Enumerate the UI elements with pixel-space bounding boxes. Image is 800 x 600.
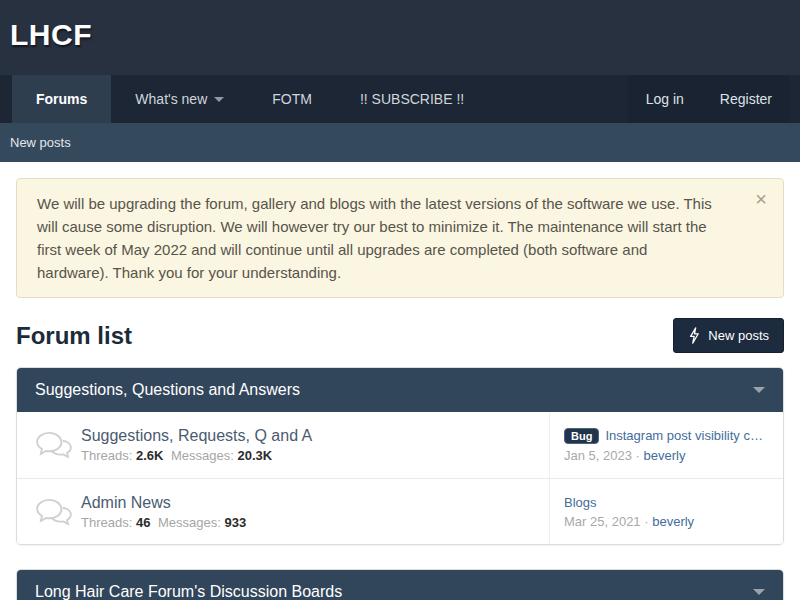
page-content: We will be upgrading the forum, gallery …	[0, 178, 800, 600]
new-posts-button-label: New posts	[708, 328, 769, 343]
register-link[interactable]: Register	[702, 75, 790, 123]
notice-text: We will be upgrading the forum, gallery …	[37, 195, 712, 281]
dot-separator: ·	[644, 514, 648, 529]
collapse-chevron-icon[interactable]	[753, 387, 765, 393]
forum-stats: Threads: 2.6K Messages: 20.3K	[81, 448, 549, 463]
collapse-chevron-icon[interactable]	[753, 589, 765, 595]
nav-tabs: Forums What's new FOTM !! SUBSCRIBE !!	[0, 75, 628, 123]
forum-main: Suggestions, Requests, Q and A Threads: …	[77, 427, 549, 463]
lightning-icon	[688, 327, 700, 344]
auth-nav: Log in Register	[628, 75, 790, 123]
threads-count: 46	[136, 515, 150, 530]
forum-row: Admin News Threads: 46 Messages: 933 Blo…	[17, 478, 783, 544]
tab-subscribe-label: !! SUBSCRIBE !!	[360, 91, 464, 107]
maintenance-notice: We will be upgrading the forum, gallery …	[16, 178, 784, 298]
messages-label: Messages:	[158, 515, 221, 530]
category-suggestions: Suggestions, Questions and Answers Sugge…	[16, 367, 784, 545]
latest-date: Jan 5, 2023	[564, 448, 632, 463]
messages-label: Messages:	[171, 448, 234, 463]
tab-fotm-label: FOTM	[272, 91, 312, 107]
messages-count: 20.3K	[238, 448, 273, 463]
latest-thread-link[interactable]: Instagram post visibility come…	[605, 428, 769, 443]
site-logo[interactable]: LHCF	[10, 18, 92, 52]
threads-label: Threads:	[81, 448, 132, 463]
category-title: Suggestions, Questions and Answers	[35, 381, 300, 399]
category-header[interactable]: Suggestions, Questions and Answers	[17, 368, 783, 412]
new-posts-button[interactable]: New posts	[673, 318, 784, 353]
tab-subscribe[interactable]: !! SUBSCRIBE !!	[336, 75, 488, 123]
forum-link[interactable]: Admin News	[81, 494, 549, 512]
threads-count: 2.6K	[136, 448, 163, 463]
messages-count: 933	[225, 515, 247, 530]
tab-whats-new-label: What's new	[135, 91, 207, 107]
forum-main: Admin News Threads: 46 Messages: 933	[77, 494, 549, 530]
site-header: LHCF	[0, 0, 800, 75]
forum-link[interactable]: Suggestions, Requests, Q and A	[81, 427, 549, 445]
latest-author-link[interactable]: beverly	[644, 448, 686, 463]
close-icon[interactable]: ×	[755, 189, 767, 209]
bug-badge: Bug	[564, 428, 599, 444]
tab-whats-new[interactable]: What's new	[111, 75, 248, 123]
forum-stats: Threads: 46 Messages: 933	[81, 515, 549, 530]
latest-date: Mar 25, 2021	[564, 514, 641, 529]
tab-fotm[interactable]: FOTM	[248, 75, 336, 123]
tab-forums[interactable]: Forums	[12, 75, 111, 123]
latest-post: Bug Instagram post visibility come… Jan …	[549, 412, 783, 478]
latest-thread-link[interactable]: Blogs	[564, 495, 597, 510]
latest-post: Blogs Mar 25, 2021 · beverly	[549, 479, 783, 544]
chat-bubbles-icon	[31, 497, 77, 527]
category-title: Long Hair Care Forum's Discussion Boards	[35, 583, 342, 600]
login-link[interactable]: Log in	[628, 75, 702, 123]
sub-nav: New posts	[0, 123, 800, 162]
threads-label: Threads:	[81, 515, 132, 530]
dot-separator: ·	[636, 448, 640, 463]
chat-bubbles-icon	[31, 430, 77, 460]
category-discussion-boards: Long Hair Care Forum's Discussion Boards	[16, 569, 784, 600]
subnav-new-posts-link[interactable]: New posts	[10, 135, 71, 150]
forum-row: Suggestions, Requests, Q and A Threads: …	[17, 412, 783, 478]
category-header[interactable]: Long Hair Care Forum's Discussion Boards	[17, 570, 783, 600]
main-nav: Forums What's new FOTM !! SUBSCRIBE !! L…	[0, 75, 800, 123]
chevron-down-icon	[214, 97, 224, 102]
tab-forums-label: Forums	[36, 91, 87, 107]
page-head: Forum list New posts	[16, 318, 784, 353]
page-title: Forum list	[16, 322, 132, 350]
latest-author-link[interactable]: beverly	[652, 514, 694, 529]
